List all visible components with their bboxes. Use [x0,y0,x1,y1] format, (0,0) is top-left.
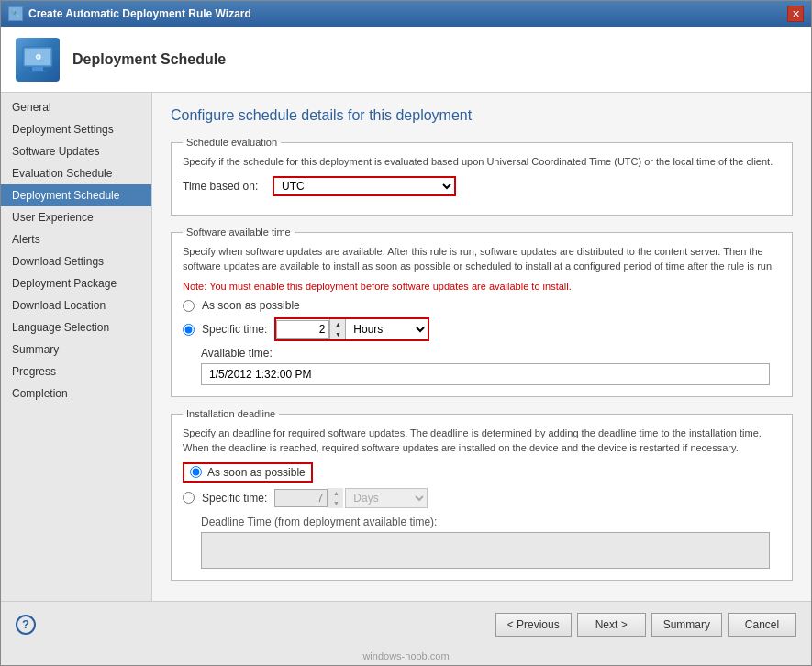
specific-time-radio[interactable] [183,324,195,336]
available-time-label: Available time: [201,347,781,360]
installation-deadline-desc: Specify an deadline for required softwar… [183,427,781,455]
as-soon-as-possible-label: As soon as possible [202,299,300,312]
specific-time-spinbox-wrapper: ▲ ▼ Hours Days Weeks Months [274,317,429,341]
sidebar-item-deployment-package[interactable]: Deployment Package [1,272,151,294]
sidebar-item-alerts[interactable]: Alerts [1,228,151,250]
header-bar: ⚙ Deployment Schedule [1,27,811,93]
wizard-window: 🔧 Create Automatic Deployment Rule Wizar… [0,0,812,666]
title-bar: 🔧 Create Automatic Deployment Rule Wizar… [1,1,811,27]
deadline-as-soon-row: As soon as possible [183,462,781,483]
available-time-value: 1/5/2012 1:32:00 PM [201,363,770,385]
spinbox-down-arrow[interactable]: ▼ [330,329,345,339]
available-time-row: Available time: 1/5/2012 1:32:00 PM [201,347,781,385]
watermark: windows-noob.com [1,647,811,665]
deadline-spinbox-arrows: ▲ ▼ [328,488,343,508]
deadline-as-soon-label: As soon as possible [207,466,306,479]
footer-bar: ? < Previous Next > Summary Cancel [1,601,811,647]
svg-text:⚙: ⚙ [35,53,41,61]
schedule-evaluation-section: Schedule evaluation Specify if the sched… [171,137,793,216]
deadline-specific-time-row: Specific time: ▲ ▼ Days Hours Weeks [183,488,781,508]
deadline-time-row: Deadline Time (from deployment available… [201,516,781,569]
deadline-spinbox-container: ▲ ▼ Days Hours Weeks [274,488,428,508]
svg-rect-2 [32,67,43,71]
page-title: Configure schedule details for this depl… [171,107,793,124]
sidebar-item-user-experience[interactable]: User Experience [1,206,151,228]
schedule-evaluation-legend: Schedule evaluation [183,137,281,148]
deadline-specific-label: Specific time: [202,492,267,505]
sidebar-item-download-location[interactable]: Download Location [1,294,151,316]
deadline-specific-radio[interactable] [183,492,195,504]
schedule-evaluation-desc: Specify if the schedule for this deploym… [183,155,781,169]
spinbox-up-arrow[interactable]: ▲ [330,319,345,329]
sidebar-item-general[interactable]: General [1,96,151,118]
deadline-time-input [201,532,770,569]
deadline-spinbox-up[interactable]: ▲ [328,488,343,498]
software-available-note: Note: You must enable this deployment be… [183,281,781,292]
title-bar-icon: 🔧 [8,6,23,21]
title-bar-left: 🔧 Create Automatic Deployment Rule Wizar… [8,6,251,21]
cancel-button[interactable]: Cancel [728,613,796,637]
svg-rect-3 [28,71,47,72]
deadline-spinbox[interactable] [274,489,328,507]
installation-deadline-section: Installation deadline Specify an deadlin… [171,408,793,581]
time-based-on-label: Time based on: [183,180,265,193]
specific-time-row: Specific time: ▲ ▼ Hours Days Weeks Mont… [183,317,781,341]
window-title: Create Automatic Deployment Rule Wizard [28,7,251,20]
deadline-time-label: Deadline Time (from deployment available… [201,516,781,528]
sidebar-item-progress[interactable]: Progress [1,361,151,383]
header-icon: ⚙ [16,38,60,82]
close-button[interactable]: ✕ [787,6,804,22]
spinbox-arrows: ▲ ▼ [329,319,345,339]
as-soon-as-possible-row: As soon as possible [183,299,781,312]
previous-button[interactable]: < Previous [495,613,572,637]
next-button[interactable]: Next > [577,613,646,637]
sidebar-item-language-selection[interactable]: Language Selection [1,316,151,339]
deadline-unit-select[interactable]: Days Hours Weeks [345,488,428,508]
time-based-on-select[interactable]: UTC Client local time [273,176,456,196]
sidebar-item-deployment-settings[interactable]: Deployment Settings [1,118,151,140]
specific-time-label: Specific time: [202,323,267,336]
installation-deadline-legend: Installation deadline [183,408,279,419]
sidebar-item-download-settings[interactable]: Download Settings [1,250,151,272]
summary-button[interactable]: Summary [651,613,722,637]
sidebar-item-software-updates[interactable]: Software Updates [1,140,151,162]
main-content: Configure schedule details for this depl… [152,93,811,601]
as-soon-as-possible-radio[interactable] [183,300,195,312]
specific-time-spinbox[interactable] [276,320,329,339]
deadline-as-soon-wrapper: As soon as possible [183,462,313,483]
software-available-desc: Specify when software updates are availa… [183,245,781,273]
sidebar-item-evaluation-schedule[interactable]: Evaluation Schedule [1,162,151,184]
time-based-on-row: Time based on: UTC Client local time [183,176,781,196]
header-title: Deployment Schedule [72,51,226,68]
software-available-time-section: Software available time Specify when sof… [171,227,793,397]
content-area: General Deployment Settings Software Upd… [1,93,811,601]
sidebar-item-deployment-schedule[interactable]: Deployment Schedule [1,184,151,206]
specific-time-unit-select[interactable]: Hours Days Weeks Months [345,319,428,339]
deadline-as-soon-radio[interactable] [190,466,202,478]
footer-buttons: < Previous Next > Summary Cancel [495,613,796,637]
help-button[interactable]: ? [16,615,36,635]
deadline-spinbox-down[interactable]: ▼ [328,498,343,508]
sidebar: General Deployment Settings Software Upd… [1,93,152,601]
software-available-legend: Software available time [183,227,295,238]
sidebar-item-completion[interactable]: Completion [1,383,151,405]
sidebar-item-summary[interactable]: Summary [1,339,151,361]
